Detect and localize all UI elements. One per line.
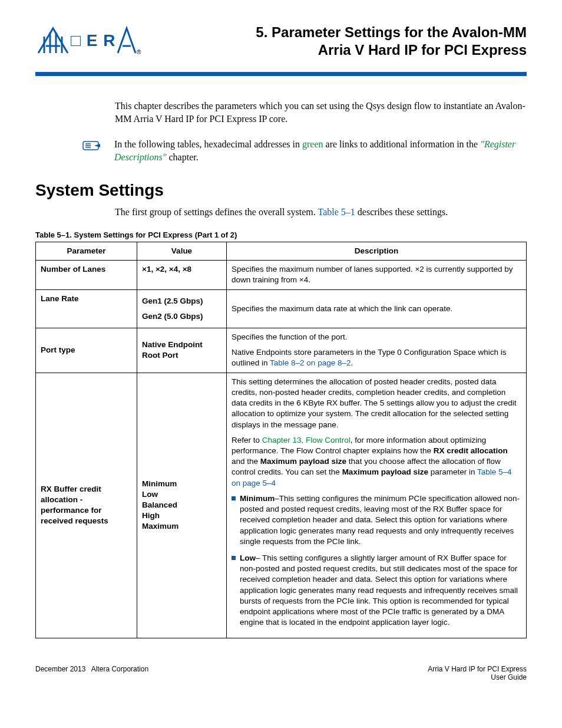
- desc-cell: Specifies the maximum data rate at which…: [227, 289, 527, 328]
- desc-text-part: Refer to: [232, 436, 262, 444]
- system-settings-heading: System Settings: [35, 181, 527, 200]
- svg-text:®: ®: [137, 49, 141, 55]
- value-cell: Gen1 (2.5 Gbps) Gen2 (5.0 Gbps): [137, 289, 227, 328]
- value-line: High: [142, 510, 222, 521]
- section-intro-paragraph: The first group of settings defines the …: [35, 206, 527, 219]
- value-cell: Minimum Low Balanced High Maximum: [137, 373, 227, 638]
- system-settings-table: Parameter Value Description Number of La…: [35, 242, 527, 638]
- chapter-title-line1: Parameter Settings for the Avalon-MM: [272, 24, 527, 40]
- param-cell: RX Buffer credit allocation - performanc…: [36, 373, 137, 638]
- value-cell: Native Endpoint Root Port: [137, 328, 227, 373]
- altera-logo: □ E R ®: [35, 24, 141, 61]
- desc-bold-term: Maximum payload size: [260, 457, 346, 466]
- footer-right: Arria V Hard IP for PCI Express User Gui…: [428, 665, 527, 681]
- value-line: Maximum: [142, 521, 222, 532]
- value-line: Root Port: [142, 350, 222, 361]
- table-header-row: Parameter Value Description: [36, 242, 527, 260]
- chapter-title-block: 5. Parameter Settings for the Avalon-MM …: [153, 24, 527, 59]
- document-page: □ E R ® 5. Parameter Settings for the Av…: [0, 0, 562, 705]
- value-line: Gen1 (2.5 Gbps): [142, 294, 222, 309]
- section-text-part: describes these settings.: [355, 207, 448, 217]
- section-text-part: The first group of settings defines the …: [115, 207, 318, 217]
- table-8-2-link[interactable]: Table 8–2 on page 8–2: [270, 358, 351, 367]
- bullet-list: Minimum–This setting configures the mini…: [232, 493, 521, 628]
- desc-paragraph: Refer to Chapter 13, Flow Control, for m…: [232, 435, 521, 489]
- table-row: Number of Lanes ×1, ×2, ×4, ×8 Specifies…: [36, 261, 527, 289]
- th-description: Description: [227, 242, 527, 260]
- desc-bold-term: Maximum payload size: [342, 467, 428, 476]
- value-line: Native Endpoint: [142, 340, 222, 350]
- note-text-part: are links to additional information in t…: [323, 139, 481, 149]
- chapter-title-line2: Arria V Hard IP for PCI Express: [318, 42, 527, 58]
- desc-paragraph: Native Endpoints store parameters in the…: [232, 347, 521, 368]
- svg-text:□ E R: □ E R: [71, 31, 115, 50]
- value-line: Minimum: [142, 479, 222, 489]
- footer-date: December 2013: [35, 665, 85, 673]
- footer-doc-title: Arria V Hard IP for PCI Express: [428, 665, 527, 673]
- desc-bold-term: RX credit allocation: [434, 446, 508, 455]
- table-caption: Table 5–1. System Settings for PCI Expre…: [35, 230, 527, 239]
- value-line: Balanced: [142, 500, 222, 510]
- table-row: Port type Native Endpoint Root Port Spec…: [36, 328, 527, 373]
- header-divider: [35, 72, 527, 76]
- desc-cell: This setting determines the allocation o…: [227, 373, 527, 638]
- table-5-1-link[interactable]: Table 5–1: [318, 207, 355, 217]
- param-cell: Port type: [36, 328, 137, 373]
- desc-cell: Specifies the function of the port. Nati…: [227, 328, 527, 373]
- table-row: RX Buffer credit allocation - performanc…: [36, 373, 527, 638]
- param-cell: Lane Rate: [36, 289, 137, 328]
- desc-paragraph: This setting determines the allocation o…: [232, 377, 521, 430]
- pointer-note-text: In the following tables, hexadecimal add…: [114, 138, 527, 164]
- chapter-number: 5.: [256, 24, 267, 40]
- chapter-13-link[interactable]: Chapter 13, Flow Control: [262, 436, 351, 444]
- footer-left: December 2013 Altera Corporation: [35, 665, 148, 681]
- value-line: Low: [142, 489, 222, 500]
- pointer-note-row: In the following tables, hexadecimal add…: [35, 138, 527, 164]
- value-line: Gen2 (5.0 Gbps): [142, 309, 222, 324]
- bullet-label: Minimum: [240, 494, 275, 503]
- page-footer: December 2013 Altera Corporation Arria V…: [35, 665, 527, 681]
- th-parameter: Parameter: [36, 242, 137, 260]
- list-item: Minimum–This setting configures the mini…: [232, 493, 521, 547]
- table-row: Lane Rate Gen1 (2.5 Gbps) Gen2 (5.0 Gbps…: [36, 289, 527, 328]
- hand-pointer-icon: [82, 139, 103, 154]
- desc-paragraph: Specifies the function of the port.: [232, 332, 521, 342]
- page-header: □ E R ® 5. Parameter Settings for the Av…: [35, 24, 527, 61]
- desc-text-part: .: [351, 358, 353, 367]
- intro-paragraph: This chapter describes the parameters wh…: [35, 100, 527, 126]
- bullet-text: –This setting configures the minimum PCI…: [240, 494, 520, 546]
- desc-text-part: and the: [232, 457, 260, 466]
- desc-cell: Specifies the maximum number of lanes su…: [227, 261, 527, 289]
- param-cell: Number of Lanes: [36, 261, 137, 289]
- green-text-link[interactable]: green: [302, 139, 323, 149]
- bullet-label: Low: [240, 554, 256, 562]
- th-value: Value: [137, 242, 227, 260]
- value-cell: ×1, ×2, ×4, ×8: [137, 261, 227, 289]
- bullet-text: – This setting configures a slightly lar…: [240, 554, 518, 627]
- note-text-part: In the following tables, hexadecimal add…: [114, 139, 302, 149]
- footer-company: Altera Corporation: [91, 665, 148, 673]
- note-text-part: chapter.: [167, 152, 199, 162]
- footer-doc-subtitle: User Guide: [491, 673, 527, 681]
- list-item: Low– This setting configures a slightly …: [232, 553, 521, 628]
- desc-text-part: parameter in: [428, 467, 477, 476]
